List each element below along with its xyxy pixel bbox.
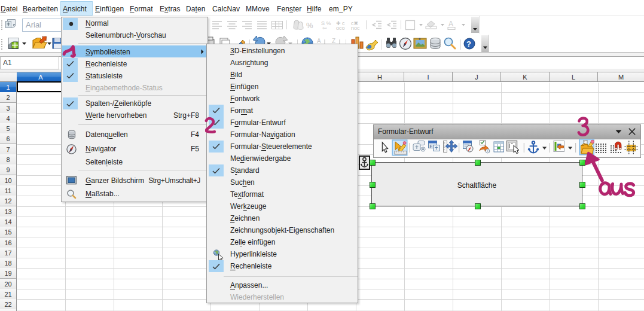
svg-text:Arial: Arial (26, 20, 41, 29)
svg-text:F: F (430, 144, 433, 149)
svg-text:noc: noc (351, 25, 360, 31)
svg-text:⇦: ⇦ (322, 25, 327, 31)
svg-text:?: ? (466, 39, 471, 48)
svg-text:oco: oco (336, 25, 345, 31)
svg-text:A: A (448, 20, 453, 28)
svg-text:%: % (306, 21, 313, 30)
